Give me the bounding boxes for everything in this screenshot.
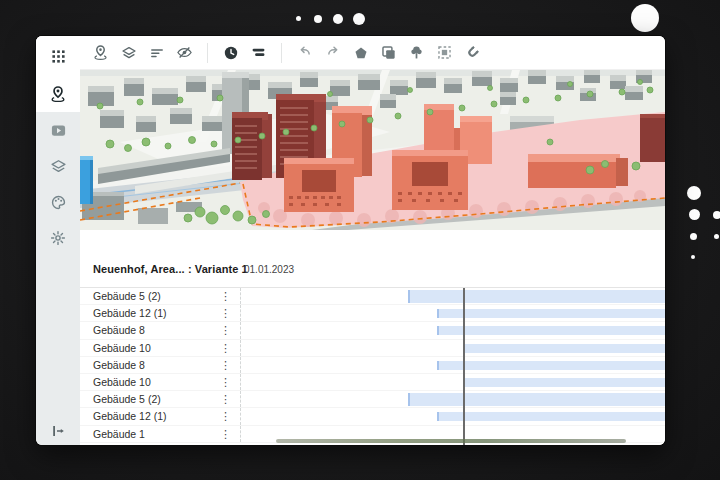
location-pin-icon bbox=[49, 85, 67, 103]
undo-icon bbox=[297, 45, 313, 61]
gantt-cell bbox=[240, 288, 665, 304]
sort-button[interactable] bbox=[148, 44, 165, 61]
expand-panel-icon bbox=[50, 423, 66, 439]
gantt-bar[interactable] bbox=[437, 326, 665, 335]
decor-circle-large bbox=[631, 4, 659, 32]
redo-icon bbox=[325, 45, 341, 61]
gantt-bar[interactable] bbox=[408, 290, 665, 303]
kebab-menu-icon[interactable]: ⋮ bbox=[220, 290, 231, 303]
sidebar-item-settings[interactable] bbox=[36, 220, 80, 256]
gantt-bar[interactable] bbox=[408, 393, 665, 406]
decor-dot bbox=[296, 16, 301, 21]
gantt-cell bbox=[240, 340, 665, 356]
timeline-title: Neuenhof, Area... : Variante 1 bbox=[93, 263, 248, 275]
tree-button[interactable] bbox=[408, 44, 425, 61]
row-label: Gebäude 8 bbox=[80, 359, 145, 371]
toolbar-divider bbox=[207, 43, 208, 63]
table-row[interactable]: Gebäude 12 (1) ⋮ bbox=[80, 305, 665, 322]
row-label-cell: Gebäude 10 ⋮ bbox=[80, 374, 240, 390]
kebab-menu-icon[interactable]: ⋮ bbox=[220, 342, 231, 355]
sidebar-item-layers[interactable] bbox=[36, 148, 80, 184]
phases-button[interactable] bbox=[250, 44, 267, 61]
row-label-cell: Gebäude 10 ⋮ bbox=[80, 340, 240, 356]
kebab-menu-icon[interactable]: ⋮ bbox=[220, 410, 231, 423]
decor-dot bbox=[691, 255, 695, 259]
magnet-icon bbox=[464, 44, 481, 61]
duplicate-button[interactable] bbox=[380, 44, 397, 61]
kebab-menu-icon[interactable]: ⋮ bbox=[220, 307, 231, 320]
redo-button[interactable] bbox=[324, 44, 341, 61]
table-row[interactable]: Gebäude 8 ⋮ bbox=[80, 357, 665, 374]
time-button[interactable] bbox=[222, 44, 239, 61]
parcel-button[interactable] bbox=[352, 44, 369, 61]
decor-dot bbox=[687, 186, 701, 200]
row-label: Gebäude 10 bbox=[80, 376, 151, 388]
decor-dot bbox=[314, 15, 322, 23]
select-area-button[interactable] bbox=[436, 44, 453, 61]
locate-button[interactable] bbox=[92, 44, 109, 61]
layers-button[interactable] bbox=[120, 44, 137, 61]
decor-dot bbox=[713, 211, 720, 219]
gantt-bar[interactable] bbox=[437, 309, 665, 318]
map-edge-sliver bbox=[276, 439, 626, 443]
gear-icon bbox=[50, 230, 66, 246]
row-label: Gebäude 12 (1) bbox=[80, 307, 167, 319]
hide-button[interactable] bbox=[176, 44, 193, 61]
decor-dot bbox=[333, 14, 343, 24]
decor-dot bbox=[353, 13, 365, 25]
gantt-bar[interactable] bbox=[437, 361, 665, 370]
row-label: Gebäude 12 (1) bbox=[80, 410, 167, 422]
row-label-cell: Gebäude 1 ⋮ bbox=[80, 426, 240, 442]
kebab-menu-icon[interactable]: ⋮ bbox=[220, 428, 231, 441]
kebab-menu-icon[interactable]: ⋮ bbox=[220, 359, 231, 372]
row-label-cell: Gebäude 5 (2) ⋮ bbox=[80, 391, 240, 407]
gantt-cell bbox=[240, 322, 665, 338]
palette-icon bbox=[50, 194, 67, 211]
clock-icon bbox=[223, 45, 239, 61]
kebab-menu-icon[interactable]: ⋮ bbox=[220, 376, 231, 389]
row-label: Gebäude 5 (2) bbox=[80, 290, 161, 302]
duplicate-icon bbox=[380, 44, 397, 61]
table-row[interactable]: Gebäude 10 ⋮ bbox=[80, 374, 665, 391]
kebab-menu-icon[interactable]: ⋮ bbox=[220, 324, 231, 337]
sidebar-item-location[interactable] bbox=[36, 76, 80, 112]
row-label-cell: Gebäude 5 (2) ⋮ bbox=[80, 288, 240, 304]
decor-dot bbox=[690, 233, 697, 240]
table-row[interactable]: Gebäude 5 (2) ⋮ bbox=[80, 391, 665, 408]
layers-icon bbox=[50, 158, 67, 175]
undo-button[interactable] bbox=[296, 44, 313, 61]
map-selected-building bbox=[80, 156, 93, 204]
row-label-cell: Gebäude 8 ⋮ bbox=[80, 357, 240, 373]
phases-icon bbox=[250, 44, 267, 61]
sidebar bbox=[36, 36, 80, 445]
location-pin-icon bbox=[92, 44, 109, 61]
table-row[interactable]: Gebäude 10 ⋮ bbox=[80, 340, 665, 357]
timeline-date: 01.01.2023 bbox=[244, 264, 294, 275]
visibility-off-icon bbox=[176, 44, 193, 61]
sidebar-collapse-button[interactable] bbox=[36, 423, 80, 439]
row-label: Gebäude 10 bbox=[80, 342, 151, 354]
app-launcher-button[interactable] bbox=[36, 36, 80, 76]
table-row[interactable]: Gebäude 8 ⋮ bbox=[80, 322, 665, 339]
gantt-cell bbox=[240, 305, 665, 321]
gantt-bar[interactable] bbox=[437, 412, 665, 421]
row-label-cell: Gebäude 8 ⋮ bbox=[80, 322, 240, 338]
timeline-rows: Gebäude 5 (2) ⋮ Gebäude 12 (1) ⋮ Gebäude… bbox=[80, 288, 665, 445]
app-window: Neuenhof, Area... : Variante 1 01.01.202… bbox=[36, 36, 665, 445]
sidebar-item-styles[interactable] bbox=[36, 184, 80, 220]
table-row[interactable]: Gebäude 12 (1) ⋮ bbox=[80, 408, 665, 425]
timeline-header: Neuenhof, Area... : Variante 1 01.01.202… bbox=[80, 254, 665, 288]
map-3d-viewport[interactable] bbox=[80, 70, 665, 230]
gantt-cell bbox=[240, 374, 665, 390]
sidebar-item-media[interactable] bbox=[36, 112, 80, 148]
parcel-icon bbox=[353, 45, 369, 61]
row-label-cell: Gebäude 12 (1) ⋮ bbox=[80, 305, 240, 321]
gantt-bar[interactable] bbox=[463, 378, 665, 387]
gantt-cell bbox=[240, 391, 665, 407]
timeline-marker[interactable] bbox=[463, 288, 465, 445]
kebab-menu-icon[interactable]: ⋮ bbox=[220, 393, 231, 406]
table-row[interactable]: Gebäude 5 (2) ⋮ bbox=[80, 288, 665, 305]
snap-button[interactable] bbox=[464, 44, 481, 61]
gantt-bar[interactable] bbox=[463, 344, 665, 353]
row-label: Gebäude 8 bbox=[80, 324, 145, 336]
